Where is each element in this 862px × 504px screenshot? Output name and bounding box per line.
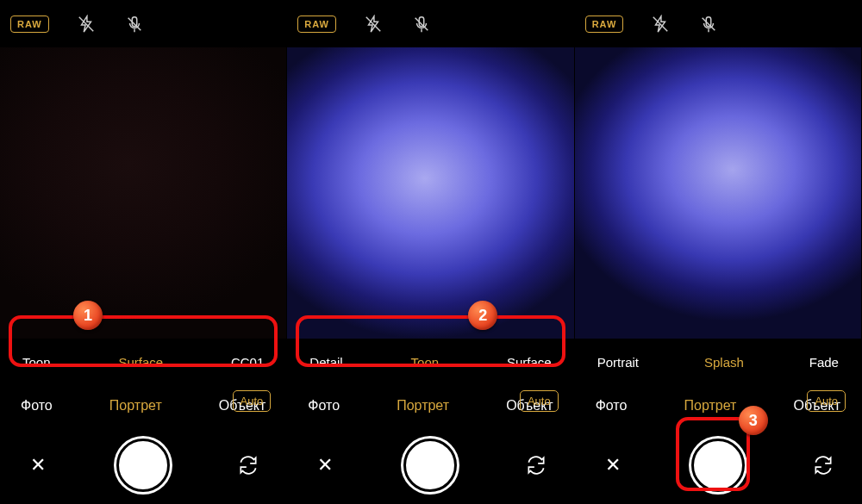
callout-badge-1: 1 [73,301,103,330]
shutter-button[interactable] [403,439,457,492]
top-toolbar: RAW [0,0,286,47]
filter-option-center[interactable]: Surface [111,350,170,375]
viewfinder[interactable] [575,47,861,339]
filter-option-center[interactable]: Toon [404,350,447,375]
switch-camera-icon[interactable] [525,454,547,476]
filter-option-right[interactable]: Surface [500,350,559,375]
filter-selector[interactable]: Toon Surface CC01 [0,339,286,385]
raw-toggle[interactable]: RAW [585,16,624,33]
shutter-button[interactable] [116,439,170,492]
filter-selector[interactable]: Detail Toon Surface [287,339,573,385]
mode-option-portrait[interactable]: Портрет [679,395,742,417]
mic-off-icon[interactable] [697,13,720,35]
top-toolbar: RAW [575,0,861,47]
bottom-bar: Auto ✕ [575,426,861,504]
flash-off-icon[interactable] [362,13,384,35]
close-icon[interactable]: ✕ [317,454,333,476]
mode-option-photo[interactable]: Фото [590,395,633,417]
flash-off-icon[interactable] [75,13,97,35]
camera-screen-2: RAW Detail Toon Surface Фото Портрет Объ… [287,0,574,504]
raw-toggle[interactable]: RAW [10,16,49,33]
mode-option-portrait[interactable]: Портрет [391,395,454,417]
filter-option-left[interactable]: Toon [16,350,58,375]
top-toolbar: RAW [287,0,573,47]
mode-option-portrait[interactable]: Портрет [104,395,167,417]
viewfinder[interactable] [287,47,573,339]
viewfinder[interactable] [0,47,286,339]
auto-button[interactable]: Auto [807,390,846,412]
filter-option-right[interactable]: Fade [803,350,846,375]
switch-camera-icon[interactable] [812,454,834,476]
filter-option-left[interactable]: Portrait [590,350,646,375]
mic-off-icon[interactable] [123,13,146,35]
mode-option-photo[interactable]: Фото [303,395,345,417]
bottom-bar: Auto ✕ [0,426,286,504]
camera-screen-3: RAW Portrait Splash Fade Фото Портрет Об… [575,0,862,504]
filter-selector[interactable]: Portrait Splash Fade [575,339,861,385]
bottom-bar: Auto ✕ [287,426,573,504]
mode-option-photo[interactable]: Фото [16,395,58,417]
auto-button[interactable]: Auto [520,390,559,412]
raw-toggle[interactable]: RAW [297,16,336,33]
filter-option-center[interactable]: Splash [697,350,751,375]
callout-badge-3: 3 [739,406,768,435]
auto-button[interactable]: Auto [233,390,272,412]
switch-camera-icon[interactable] [237,454,259,476]
shutter-button[interactable] [691,439,745,492]
mic-off-icon[interactable] [410,13,433,35]
filter-option-right[interactable]: CC01 [224,350,271,375]
camera-screen-1: RAW Toon Surface CC01 Фото Портрет Объек… [0,0,287,504]
flash-off-icon[interactable] [649,13,671,35]
close-icon[interactable]: ✕ [30,454,46,476]
filter-option-left[interactable]: Detail [303,350,349,375]
close-icon[interactable]: ✕ [605,454,621,476]
